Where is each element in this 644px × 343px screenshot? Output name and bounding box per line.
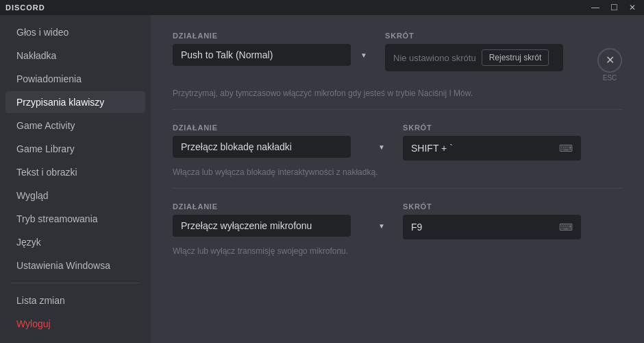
sidebar-item-tryb-streamowania[interactable]: Tryb streamowania bbox=[5, 208, 145, 230]
keyboard-icon-3[interactable]: ⌨ bbox=[559, 222, 573, 233]
keybind-row-1: DZIAŁANIE Push to Talk (Normal) ▼ SKRÓT … bbox=[173, 32, 622, 82]
sidebar-item-game-activity[interactable]: Game Activity bbox=[5, 115, 145, 137]
esc-label-1: ESC bbox=[603, 74, 617, 82]
close-col-1: ✕ ESC bbox=[597, 32, 622, 82]
main-layout: Głos i wideo Nakładka Powiadomienia Przy… bbox=[0, 15, 644, 343]
action-label-1: DZIAŁANIE bbox=[173, 32, 374, 40]
dropdown-arrow-2: ▼ bbox=[378, 143, 385, 151]
description-3: Włącz lub wyłącz transmisję swojego mikr… bbox=[173, 246, 622, 256]
shortcut-col-1: SKRÓT Nie ustawiono skrótu Rejestruj skr… bbox=[385, 32, 586, 71]
shortcut-value-2: SHIFT + ` bbox=[411, 143, 453, 154]
sidebar-item-wyloguj[interactable]: Wyloguj bbox=[5, 313, 145, 335]
shortcut-box-2: SHIFT + ` ⌨ bbox=[403, 136, 581, 161]
action-dropdown-wrapper-2: Przełącz blokadę nakładki ▼ bbox=[173, 136, 392, 158]
shortcut-label-3: SKRÓT bbox=[403, 202, 622, 211]
sidebar-item-lista-zmian[interactable]: Lista zmian bbox=[5, 289, 145, 311]
dropdown-arrow-1: ▼ bbox=[360, 51, 367, 59]
keybind-row-3: DZIAŁANIE Przełącz wyłączenie mikrofonu … bbox=[173, 202, 622, 239]
sidebar-item-ustawienia-windowsa[interactable]: Ustawienia Windowsa bbox=[5, 255, 145, 276]
content-area: DZIAŁANIE Push to Talk (Normal) ▼ SKRÓT … bbox=[151, 15, 644, 343]
shortcut-box-1: Nie ustawiono skrótu Rejestruj skrót bbox=[385, 44, 563, 71]
sidebar-item-jezyk[interactable]: Język bbox=[5, 231, 145, 253]
action-label-3: DZIAŁANIE bbox=[173, 202, 392, 211]
keybind-section-2: DZIAŁANIE Przełącz blokadę nakładki ▼ SK… bbox=[173, 123, 622, 189]
action-dropdown-3[interactable]: Przełącz wyłączenie mikrofonu bbox=[173, 215, 351, 237]
action-dropdown-2[interactable]: Przełącz blokadę nakładki bbox=[173, 136, 351, 158]
register-shortcut-button-1[interactable]: Rejestruj skrót bbox=[482, 49, 549, 66]
shortcut-placeholder-1: Nie ustawiono skrótu bbox=[393, 53, 476, 63]
close-circle-button-1[interactable]: ✕ bbox=[597, 48, 622, 73]
action-col-3: DZIAŁANIE Przełącz wyłączenie mikrofonu … bbox=[173, 202, 392, 237]
sidebar-item-wyglad[interactable]: Wygląd bbox=[5, 185, 145, 206]
keybind-section-3: DZIAŁANIE Przełącz wyłączenie mikrofonu … bbox=[173, 202, 622, 267]
sidebar-item-game-library[interactable]: Game Library bbox=[5, 138, 145, 160]
action-dropdown-wrapper-3: Przełącz wyłączenie mikrofonu ▼ bbox=[173, 215, 392, 237]
maximize-button[interactable]: ☐ bbox=[608, 3, 621, 12]
shortcut-col-2: SKRÓT SHIFT + ` ⌨ bbox=[403, 123, 622, 161]
shortcut-label-1: SKRÓT bbox=[385, 32, 586, 40]
shortcut-value-3: F9 bbox=[411, 222, 422, 233]
titlebar: DISCORD — ☐ ✕ bbox=[0, 0, 644, 15]
action-col-2: DZIAŁANIE Przełącz blokadę nakładki ▼ bbox=[173, 123, 392, 158]
shortcut-box-3: F9 ⌨ bbox=[403, 215, 581, 239]
app-logo: DISCORD bbox=[5, 3, 45, 12]
sidebar-item-przypisania-klawiszy[interactable]: Przypisania klawiszy bbox=[5, 91, 145, 113]
keyboard-icon-2[interactable]: ⌨ bbox=[559, 143, 573, 154]
x-icon-1: ✕ bbox=[606, 55, 615, 66]
minimize-button[interactable]: — bbox=[589, 3, 602, 12]
action-col-1: DZIAŁANIE Push to Talk (Normal) ▼ bbox=[173, 32, 374, 66]
sidebar-divider bbox=[11, 283, 140, 283]
sidebar-item-tekst-i-obrazki[interactable]: Tekst i obrazki bbox=[5, 161, 145, 183]
description-2: Włącza lub wyłącza blokadę interaktywnoś… bbox=[173, 167, 622, 177]
shortcut-col-3: SKRÓT F9 ⌨ bbox=[403, 202, 622, 239]
shortcut-no-set-1: Nie ustawiono skrótu Rejestruj skrót bbox=[393, 49, 549, 66]
sidebar-item-powiadomienia[interactable]: Powiadomienia bbox=[5, 68, 145, 90]
action-dropdown-1[interactable]: Push to Talk (Normal) bbox=[173, 44, 351, 66]
keybind-row-2: DZIAŁANIE Przełącz blokadę nakładki ▼ SK… bbox=[173, 123, 622, 161]
shortcut-label-2: SKRÓT bbox=[403, 123, 622, 132]
sidebar-item-glos-i-wideo[interactable]: Głos i wideo bbox=[5, 21, 145, 43]
action-label-2: DZIAŁANIE bbox=[173, 123, 392, 132]
dropdown-arrow-3: ▼ bbox=[378, 222, 385, 230]
window-controls: — ☐ ✕ bbox=[589, 3, 639, 12]
description-1: Przytrzymaj, aby tymczasowo włączyć mikr… bbox=[173, 88, 622, 98]
keybind-section-1: DZIAŁANIE Push to Talk (Normal) ▼ SKRÓT … bbox=[173, 32, 622, 110]
close-button[interactable]: ✕ bbox=[626, 3, 639, 12]
sidebar: Głos i wideo Nakładka Powiadomienia Przy… bbox=[0, 15, 151, 343]
action-dropdown-wrapper-1: Push to Talk (Normal) ▼ bbox=[173, 44, 374, 66]
sidebar-item-nakladka[interactable]: Nakładka bbox=[5, 45, 145, 67]
